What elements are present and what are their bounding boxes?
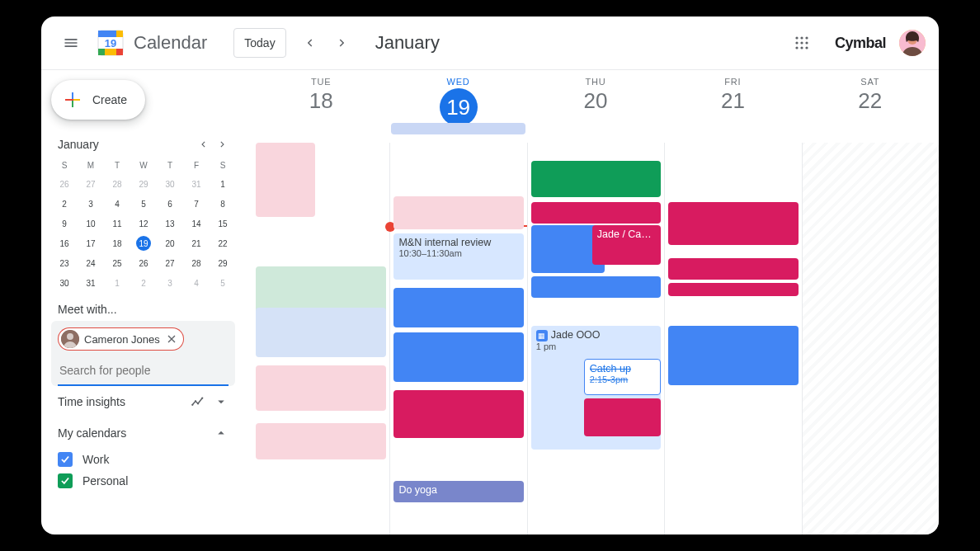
mini-day-cell[interactable]: 5 — [130, 194, 157, 214]
calendar-event[interactable]: M&N internal review10:30–11:30am — [393, 233, 523, 280]
mini-day-cell[interactable]: 30 — [157, 174, 183, 194]
time-insights-row[interactable]: Time insights — [51, 386, 235, 417]
mini-day-cell[interactable]: 24 — [78, 253, 104, 273]
calendar-event[interactable] — [256, 308, 386, 357]
mini-day-cell[interactable]: 16 — [51, 233, 78, 253]
calendar-event[interactable] — [531, 276, 661, 298]
calendar-item[interactable]: Work — [51, 449, 235, 470]
mini-day-cell[interactable]: 26 — [51, 174, 78, 194]
mini-day-cell[interactable]: 12 — [130, 214, 157, 233]
day-number: 18 — [309, 88, 333, 114]
create-button[interactable]: Create — [51, 80, 145, 120]
mini-day-cell[interactable]: 28 — [183, 253, 210, 273]
day-of-week-label: SAT — [860, 77, 879, 87]
mini-day-cell[interactable]: 4 — [183, 273, 210, 293]
mini-day-cell[interactable]: 2 — [130, 273, 157, 293]
calendar-event[interactable] — [668, 202, 798, 245]
today-button[interactable]: Today — [233, 28, 285, 58]
mini-day-cell[interactable]: 3 — [78, 194, 104, 214]
day-number: 21 — [721, 88, 745, 114]
calendar-event[interactable] — [256, 365, 386, 411]
mini-day-cell[interactable]: 11 — [104, 214, 130, 233]
mini-day-cell[interactable]: 9 — [51, 214, 78, 233]
mini-day-cell[interactable]: 25 — [104, 253, 130, 273]
svg-rect-8 — [98, 49, 105, 55]
svg-point-27 — [197, 403, 199, 404]
calendar-event[interactable] — [256, 423, 386, 459]
calendar-event[interactable]: Catch up2:15-3pm — [584, 359, 661, 395]
calendar-event[interactable] — [393, 390, 523, 438]
person-chip[interactable]: Cameron Jones — [58, 327, 184, 351]
mini-day-cell[interactable]: 28 — [104, 174, 130, 194]
mini-day-cell[interactable]: 5 — [210, 273, 236, 293]
calendar-event[interactable]: Jade / Cameron — [592, 225, 661, 265]
calendar-event[interactable] — [393, 196, 523, 229]
day-header[interactable]: SAT22 — [802, 70, 939, 143]
calendar-event[interactable] — [668, 326, 798, 385]
mini-day-cell[interactable]: 20 — [157, 233, 183, 253]
calendar-event[interactable]: Do yoga — [393, 481, 523, 502]
mini-day-cell[interactable]: 6 — [157, 194, 183, 214]
calendar-event[interactable] — [393, 332, 523, 382]
close-icon[interactable] — [165, 332, 178, 346]
day-header[interactable]: WED19 — [389, 70, 526, 143]
mini-day-cell[interactable]: 27 — [78, 174, 104, 194]
prev-week-button[interactable] — [296, 30, 323, 56]
mini-day-cell[interactable]: 1 — [210, 174, 236, 194]
mini-day-cell[interactable]: 30 — [51, 273, 78, 293]
calendar-event[interactable] — [668, 258, 798, 280]
day-header[interactable]: TUE18 — [252, 70, 389, 143]
search-people-input[interactable] — [58, 356, 229, 386]
day-header[interactable]: FRI21 — [664, 70, 801, 143]
create-label: Create — [92, 93, 127, 106]
calendar-event[interactable] — [668, 283, 798, 296]
mini-day-cell[interactable]: 19 — [130, 233, 157, 253]
mini-day-cell[interactable]: 23 — [51, 253, 78, 273]
day-header[interactable]: THU20 — [527, 70, 664, 143]
mini-day-cell[interactable]: 3 — [157, 273, 183, 293]
calendar-event[interactable] — [584, 398, 661, 436]
google-apps-button[interactable] — [785, 26, 818, 59]
meet-with-label: Meet with... — [51, 293, 235, 321]
svg-point-28 — [201, 397, 203, 398]
mini-day-cell[interactable]: 15 — [210, 214, 236, 233]
mini-day-cell[interactable]: 13 — [157, 214, 183, 233]
mini-day-cell[interactable]: 1 — [104, 273, 130, 293]
mini-next-month[interactable] — [213, 134, 233, 154]
mini-day-cell[interactable]: 2 — [51, 194, 78, 214]
calendar-event[interactable] — [531, 202, 661, 224]
my-calendars-row[interactable]: My calendars — [51, 417, 235, 449]
calendar-event[interactable] — [256, 143, 315, 217]
mini-day-cell[interactable]: 8 — [210, 194, 236, 214]
calendar-event[interactable] — [393, 288, 523, 327]
checkbox-icon — [58, 473, 73, 488]
mini-day-cell[interactable]: 18 — [104, 233, 130, 253]
mini-day-cell[interactable]: 21 — [183, 233, 210, 253]
mini-day-cell[interactable]: 14 — [183, 214, 210, 233]
mini-day-cell[interactable]: 31 — [78, 273, 104, 293]
event-title: Jade / Cameron — [597, 228, 656, 240]
mini-day-cell[interactable]: 27 — [157, 253, 183, 273]
svg-point-20 — [805, 46, 808, 49]
mini-day-cell[interactable]: 17 — [78, 233, 104, 253]
day-number: 20 — [584, 88, 608, 114]
mini-prev-month[interactable] — [193, 134, 213, 154]
day-of-week-label: FRI — [724, 77, 741, 87]
calendar-event[interactable] — [531, 161, 661, 197]
menu-button[interactable] — [54, 26, 87, 59]
account-avatar[interactable] — [899, 30, 926, 56]
calendar-item[interactable]: Personal — [51, 470, 235, 492]
mini-day-cell[interactable]: 26 — [130, 253, 157, 273]
mini-day-cell[interactable]: 22 — [210, 233, 236, 253]
mini-day-cell[interactable]: 29 — [130, 174, 157, 194]
mini-day-cell[interactable]: 7 — [183, 194, 210, 214]
apps-grid-icon — [794, 35, 809, 50]
next-week-button[interactable] — [329, 30, 356, 56]
avatar-icon — [899, 30, 926, 56]
svg-point-24 — [67, 333, 73, 340]
mini-dow: S — [210, 158, 236, 174]
mini-day-cell[interactable]: 29 — [210, 253, 236, 273]
mini-day-cell[interactable]: 4 — [104, 194, 130, 214]
mini-day-cell[interactable]: 31 — [183, 174, 210, 194]
mini-day-cell[interactable]: 10 — [78, 214, 104, 233]
